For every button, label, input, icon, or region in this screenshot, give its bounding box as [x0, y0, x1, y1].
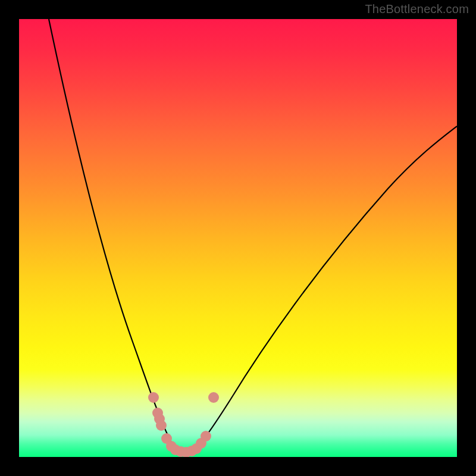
curve-marker — [201, 431, 211, 441]
curve-path — [49, 19, 457, 452]
bottleneck-curve-svg — [19, 19, 457, 457]
curve-marker — [208, 392, 219, 403]
curve-marker — [156, 420, 167, 431]
watermark-text: TheBottleneck.com — [365, 2, 469, 16]
chart-stage: TheBottleneck.com — [0, 0, 476, 476]
marker-group — [148, 392, 219, 457]
curve-marker — [148, 392, 159, 403]
plot-area — [19, 19, 457, 457]
